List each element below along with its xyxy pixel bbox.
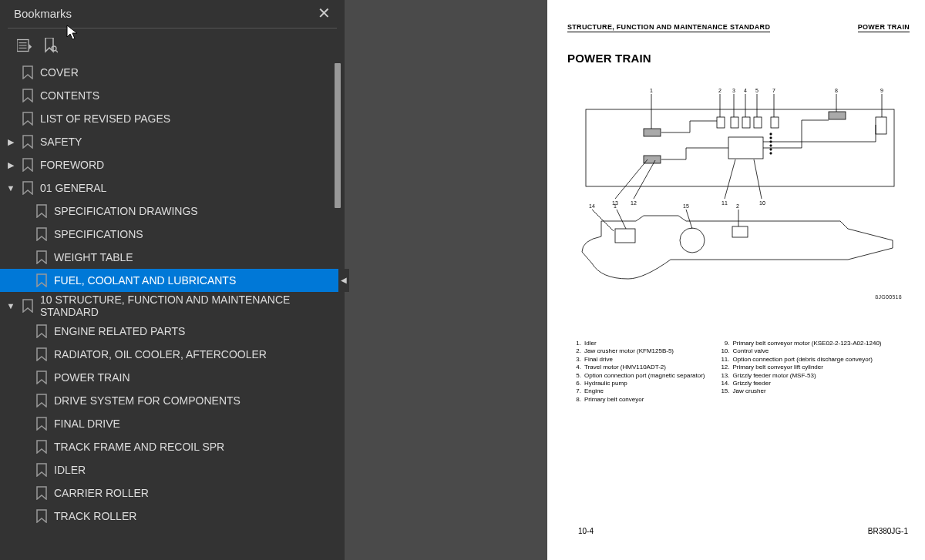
bookmark-item[interactable]: ▶LIST OF REVISED PAGES <box>0 107 345 130</box>
svg-text:7: 7 <box>772 88 775 93</box>
bookmark-icon <box>35 486 48 500</box>
svg-point-20 <box>770 141 772 143</box>
legend-num: 7. <box>570 387 581 395</box>
bookmark-label: ENGINE RELATED PARTS <box>54 325 345 337</box>
legend-row: 8.Primary belt conveyor <box>570 396 705 404</box>
svg-rect-37 <box>615 229 635 243</box>
legend-text: Jaw crusher motor (KFM125B-5) <box>584 347 674 355</box>
legend-num: 5. <box>570 372 581 380</box>
chevron-down-icon[interactable]: ▼ <box>0 301 22 310</box>
bookmark-item[interactable]: ▶CONTENTS <box>0 84 345 107</box>
bookmark-label: CARRIER ROLLER <box>54 487 345 499</box>
legend-row: 12.Primary belt conveyor lift cylinder <box>719 364 882 371</box>
bookmark-item[interactable]: ▶CARRIER ROLLER <box>0 481 345 505</box>
legend-row: 9.Primary belt conveyor motor (KSE02-2-1… <box>719 340 882 347</box>
legend-row: 13.Grizzly feeder motor (MSF-53) <box>719 372 882 380</box>
bookmark-item[interactable]: ▶TRACK FRAME AND RECOIL SPR <box>0 435 345 458</box>
bookmark-icon <box>35 347 48 361</box>
svg-rect-38 <box>732 226 748 237</box>
viewer-background: ◀ <box>345 0 547 560</box>
svg-text:8: 8 <box>835 88 838 93</box>
chevron-right-icon[interactable]: ▶ <box>0 160 22 170</box>
scrollbar-thumb[interactable] <box>335 63 341 208</box>
sidebar-title: Bookmarks <box>14 7 72 20</box>
bookmark-item[interactable]: ▶ENGINE RELATED PARTS <box>0 320 345 343</box>
legend-row: 7.Engine <box>570 387 705 395</box>
bookmark-icon <box>35 463 48 477</box>
bookmark-item[interactable]: ▶TRACK ROLLER <box>0 505 345 528</box>
collapse-sidebar-icon[interactable]: ◀ <box>338 269 349 292</box>
svg-point-18 <box>770 133 772 135</box>
svg-line-40 <box>617 210 626 229</box>
legend-text: Grizzly feeder motor (MSF-53) <box>733 372 816 380</box>
bookmark-item[interactable]: ▶FUEL, COOLANT AND LUBRICANTS <box>0 269 345 292</box>
legend-row: 4.Travel motor (HMV110ADT-2) <box>570 364 705 371</box>
bookmark-item[interactable]: ▶SPECIFICATIONS <box>0 223 345 246</box>
svg-line-41 <box>686 210 692 229</box>
legend-num: 13. <box>719 372 730 380</box>
sidebar-header: Bookmarks ✕ <box>0 0 345 28</box>
bookmark-label: CONTENTS <box>40 89 345 102</box>
legend-row: 11.Option connection port (debris discha… <box>719 356 882 364</box>
legend-num: 12. <box>719 364 730 371</box>
bookmark-item[interactable]: ▶FINAL DRIVE <box>0 412 345 435</box>
document-page: STRUCTURE, FUNCTION AND MAINTENANCE STAN… <box>547 0 925 560</box>
page-header-right: POWER TRAIN <box>858 23 910 32</box>
options-icon[interactable] <box>17 38 32 53</box>
bookmark-item[interactable]: ▶DRIVE SYSTEM FOR COMPONENTS <box>0 389 345 412</box>
bookmark-item[interactable]: ▶POWER TRAIN <box>0 366 345 389</box>
legend: 1.Idler2.Jaw crusher motor (KFM125B-5)3.… <box>570 340 902 404</box>
bookmark-item[interactable]: ▶SAFETY <box>0 130 345 153</box>
bookmark-item[interactable]: ▶RADIATOR, OIL COOLER, AFTERCOOLER <box>0 343 345 366</box>
svg-text:2: 2 <box>736 203 739 209</box>
bookmark-label: LIST OF REVISED PAGES <box>40 112 345 125</box>
svg-text:12: 12 <box>631 200 637 206</box>
legend-num: 8. <box>570 396 581 404</box>
bookmark-item[interactable]: ▶WEIGHT TABLE <box>0 246 345 269</box>
diagram-area: 123 457 89 1312 1110 141 152 8JG00518 1.… <box>547 65 925 527</box>
bookmark-tree[interactable]: ▶COVER▶CONTENTS▶LIST OF REVISED PAGES▶SA… <box>0 61 345 560</box>
svg-point-23 <box>770 153 772 154</box>
find-bookmark-icon[interactable] <box>43 38 59 53</box>
svg-rect-17 <box>876 117 886 134</box>
bookmark-label: 01 GENERAL <box>40 182 345 194</box>
legend-col-left: 1.Idler2.Jaw crusher motor (KFM125B-5)3.… <box>570 340 705 404</box>
model-id: BR380JG-1 <box>868 527 908 535</box>
chevron-down-icon[interactable]: ▼ <box>0 183 22 193</box>
bookmark-icon <box>22 299 34 313</box>
bookmark-label: IDLER <box>54 464 345 476</box>
page-header-left: STRUCTURE, FUNCTION AND MAINTENANCE STAN… <box>567 23 770 32</box>
page-number: 10-4 <box>578 527 594 535</box>
bookmark-item[interactable]: ▼01 GENERAL <box>0 176 345 200</box>
bookmark-icon <box>22 181 34 195</box>
svg-rect-11 <box>731 117 738 128</box>
legend-num: 3. <box>570 356 581 364</box>
bookmark-item[interactable]: ▼10 STRUCTURE, FUNCTION AND MAINTENANCE … <box>0 292 345 320</box>
svg-line-32 <box>615 159 648 199</box>
bookmark-item[interactable]: ▶SPECIFICATION DRAWINGS <box>0 200 345 223</box>
svg-text:1: 1 <box>614 203 617 209</box>
legend-text: Idler <box>584 340 597 347</box>
legend-text: Jaw crusher <box>733 387 766 395</box>
svg-point-22 <box>770 149 772 150</box>
svg-rect-12 <box>742 117 750 128</box>
close-icon[interactable]: ✕ <box>313 4 335 22</box>
svg-text:15: 15 <box>683 203 689 209</box>
svg-text:9: 9 <box>880 88 883 93</box>
svg-text:1: 1 <box>650 88 653 93</box>
legend-text: Final drive <box>584 356 613 364</box>
bookmark-label: 10 STRUCTURE, FUNCTION AND MAINTENANCE S… <box>40 293 345 318</box>
svg-marker-4 <box>29 44 32 49</box>
legend-num: 9. <box>719 340 730 347</box>
page-footer: 10-4 BR380JG-1 <box>547 527 925 560</box>
chevron-right-icon[interactable]: ▶ <box>0 137 22 147</box>
scrollbar[interactable] <box>335 63 341 541</box>
bookmark-item[interactable]: ▶COVER <box>0 61 345 84</box>
bookmark-item[interactable]: ▶IDLER <box>0 458 345 481</box>
svg-text:11: 11 <box>722 200 728 206</box>
bookmark-icon <box>22 158 34 172</box>
bookmark-item[interactable]: ▶FOREWORD <box>0 153 345 176</box>
svg-line-35 <box>754 159 762 199</box>
svg-text:10: 10 <box>759 200 765 206</box>
power-train-diagram: 123 457 89 1312 1110 141 152 <box>570 86 902 294</box>
